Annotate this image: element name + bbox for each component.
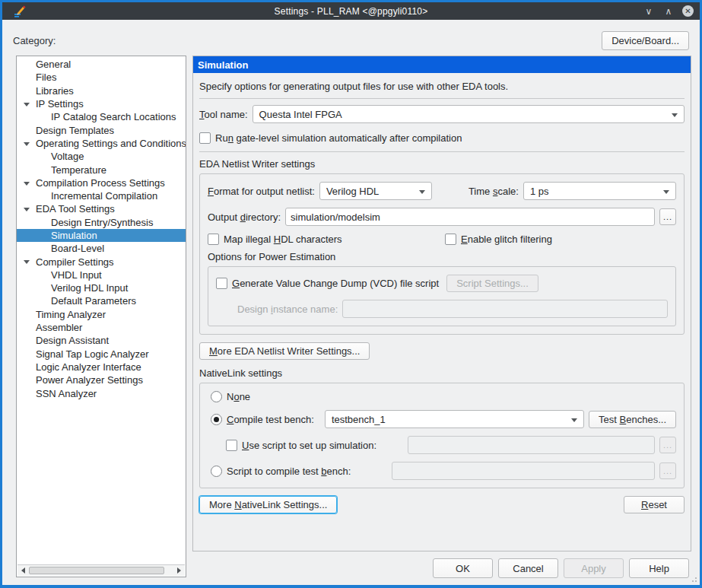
compile-test-bench-radio[interactable]	[211, 414, 222, 425]
tree-item[interactable]: Design Assistant	[17, 334, 186, 347]
tree-item-label: Design Entry/Synthesis	[17, 217, 153, 228]
design-instance-input[interactable]	[342, 300, 668, 318]
tree-item[interactable]: Temperature	[17, 163, 186, 176]
none-label: None	[227, 391, 250, 402]
time-scale-value: 1 ps	[530, 186, 549, 197]
use-script-checkbox[interactable]	[226, 440, 237, 451]
glitch-filtering-checkbox[interactable]	[445, 234, 456, 245]
tree-item-label: Voltage	[17, 151, 84, 162]
more-eda-netlist-settings-button[interactable]: More EDA Netlist Writer Settings...	[199, 342, 370, 360]
tree-item-label: Default Parameters	[17, 295, 136, 307]
format-label: Format for output netlist:	[208, 186, 315, 197]
resize-grip[interactable]	[690, 575, 697, 582]
use-script-browse-button[interactable]: ...	[659, 437, 676, 453]
tree-item-label: Assembler	[17, 322, 82, 333]
time-scale-select[interactable]: 1 ps	[523, 182, 676, 200]
tree-item[interactable]: Verilog HDL Input	[17, 281, 186, 294]
tree-item[interactable]: Compiler Settings	[17, 255, 186, 268]
tree-item[interactable]: Libraries	[17, 84, 186, 97]
tree-expand-icon[interactable]	[24, 142, 30, 146]
format-select[interactable]: Verilog HDL	[319, 182, 432, 200]
script-compile-radio[interactable]	[211, 466, 222, 477]
tree-item[interactable]: SSN Analyzer	[17, 386, 186, 399]
chevron-down-icon	[663, 190, 669, 194]
run-gate-level-checkbox[interactable]	[199, 132, 211, 144]
chevron-down-icon	[571, 418, 577, 422]
tree-expand-icon[interactable]	[24, 182, 30, 186]
dialog-buttons: OK Cancel Apply Help	[433, 558, 689, 578]
simulation-settings-panel: Simulation Specify options for generatin…	[192, 56, 691, 551]
tree-item[interactable]: Board-Level	[17, 242, 186, 255]
output-directory-input[interactable]	[285, 208, 655, 226]
tree-expand-icon[interactable]	[24, 208, 30, 211]
tree-item[interactable]: General	[17, 58, 186, 71]
tree-item-label: General	[17, 59, 71, 70]
minimize-icon[interactable]: ∨	[643, 5, 655, 17]
scroll-left-icon[interactable]	[17, 565, 29, 576]
tree-item[interactable]: Power Analyzer Settings	[17, 373, 186, 386]
nativelink-title: NativeLink settings	[199, 367, 685, 379]
test-bench-select[interactable]: testbench_1	[325, 410, 584, 428]
apply-button[interactable]: Apply	[564, 558, 624, 578]
tree-item[interactable]: Design Templates	[17, 123, 186, 136]
run-gate-level-label: Run gate-level simulation automatically …	[215, 132, 462, 144]
output-directory-label: Output directory:	[208, 211, 281, 223]
vcd-script-checkbox[interactable]	[216, 278, 227, 289]
tree-horizontal-scrollbar[interactable]	[17, 564, 185, 576]
device-board-button[interactable]: Device/Board...	[602, 31, 689, 50]
glitch-filtering-label: Enable glitch filtering	[461, 234, 552, 245]
script-settings-button[interactable]: Script Settings...	[446, 275, 538, 292]
close-icon[interactable]: ✕	[682, 5, 694, 17]
tree-item-label: Design Assistant	[17, 335, 109, 346]
maximize-icon[interactable]: ∧	[662, 5, 675, 17]
format-value: Verilog HDL	[326, 186, 379, 197]
tree-item[interactable]: Logic Analyzer Interface	[17, 361, 186, 373]
ok-button[interactable]: OK	[433, 558, 493, 578]
tree-expand-icon[interactable]	[24, 260, 30, 264]
tree-item[interactable]: Files	[17, 71, 186, 84]
tree-item[interactable]: Voltage	[17, 150, 186, 163]
cancel-button[interactable]: Cancel	[498, 558, 558, 578]
separator	[199, 98, 685, 99]
tree-item[interactable]: Signal Tap Logic Analyzer	[17, 348, 186, 361]
scrollbar-thumb[interactable]	[29, 567, 164, 574]
tree-item-label: IP Catalog Search Locations	[17, 111, 176, 122]
panel-title: Simulation	[193, 56, 691, 73]
tree-item[interactable]: Timing Analyzer	[17, 308, 186, 321]
tree-item[interactable]: VHDL Input	[17, 269, 186, 281]
tree-item[interactable]: Compilation Process Settings	[17, 176, 186, 189]
tree-item[interactable]: Assembler	[17, 321, 186, 334]
map-illegal-hdl-checkbox[interactable]	[208, 234, 219, 245]
use-script-label: Use script to set up simulation:	[242, 440, 403, 451]
output-directory-browse-button[interactable]: ...	[659, 208, 676, 225]
time-scale-label: Time scale:	[469, 186, 519, 197]
tree-item[interactable]: IP Settings	[17, 97, 186, 110]
none-radio[interactable]	[211, 391, 222, 402]
tool-name-select[interactable]: Questa Intel FPGA	[253, 105, 685, 123]
eda-netlist-title: EDA Netlist Writer settings	[199, 158, 685, 170]
tree-item-label: Incremental Compilation	[17, 190, 157, 202]
more-nativelink-settings-button[interactable]: More NativeLink Settings...	[199, 496, 337, 513]
map-illegal-hdl-label: Map illegal HDL characters	[224, 234, 342, 245]
tool-name-label: Tool name:	[199, 109, 248, 120]
tree-expand-icon[interactable]	[24, 103, 30, 106]
script-compile-input[interactable]	[392, 462, 655, 480]
script-compile-browse-button[interactable]: ...	[659, 462, 676, 479]
reset-button[interactable]: Reset	[624, 496, 685, 513]
tree-item[interactable]: Operating Settings and Conditions	[17, 137, 186, 150]
use-script-input[interactable]	[408, 436, 655, 454]
tree-item-label: Timing Analyzer	[17, 309, 106, 320]
scroll-right-icon[interactable]	[173, 565, 185, 576]
tree-item-label: VHDL Input	[17, 269, 102, 281]
tree-item[interactable]: EDA Tool Settings	[17, 202, 186, 215]
test-benches-button[interactable]: Test Benches...	[589, 411, 676, 428]
tree-item[interactable]: Default Parameters	[17, 294, 186, 307]
tree-item[interactable]: IP Catalog Search Locations	[17, 110, 186, 123]
tree-item-label: Simulation	[17, 230, 97, 241]
tree-item[interactable]: Design Entry/Synthesis	[17, 216, 186, 229]
help-button[interactable]: Help	[629, 558, 689, 578]
separator	[199, 151, 685, 152]
tree-item[interactable]: Simulation	[17, 229, 186, 242]
tree-item[interactable]: Incremental Compilation	[17, 189, 186, 202]
titlebar[interactable]: Settings - PLL_RAM <@ppgyli0110> ∨ ∧ ✕	[2, 2, 700, 20]
